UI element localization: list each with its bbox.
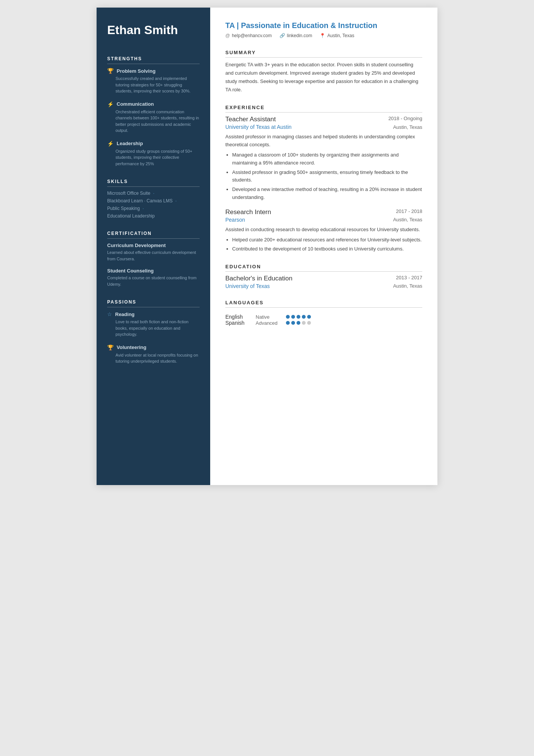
exp-entry-2: Research Intern 2017 - 2018 Pearson Aust… (225, 208, 422, 253)
exp-location-1: Austin, Texas (393, 124, 422, 130)
link-icon: 🔗 (279, 33, 285, 38)
edu-school-1: University of Texas (225, 283, 270, 289)
dot-es-4 (302, 321, 306, 325)
dot-es-3 (297, 321, 300, 325)
email-value: help@enhancv.com (232, 33, 272, 38)
exp-job-title-1: Teacher Assistant (225, 116, 276, 123)
star-icon: ☆ (107, 311, 112, 317)
cert-item-2: Student Counseling Completed a course on… (107, 268, 200, 287)
exp-bullets-1: Managed a classroom of 100+ students by … (225, 151, 422, 202)
certification-section: CERTIFICATION Curriculum Development Lea… (107, 231, 200, 287)
sidebar: Ethan Smith STRENGTHS 🏆 Problem Solving … (97, 8, 210, 485)
skills-title: SKILLS (107, 179, 200, 187)
passions-title: PASSIONS (107, 299, 200, 307)
job-title: TA | Passionate in Education & Instructi… (225, 21, 422, 30)
strengths-title: STRENGTHS (107, 56, 200, 64)
bullet-1-2: Assisted professor in grading 500+ assig… (232, 169, 422, 185)
languages-row: English Native Spanish Advanced (225, 311, 422, 326)
strength-item-3: ⚡ Leadership Organized study groups cons… (107, 141, 200, 167)
skill-item-1: Microsoft Office Suite · (107, 191, 200, 196)
contact-row: @ help@enhancv.com 🔗 linkedin.com 📍 Aust… (225, 33, 422, 38)
strength-item-1: 🏆 Problem Solving Successfully created a… (107, 68, 200, 94)
candidate-name: Ethan Smith (107, 23, 200, 37)
lang-level-spanish: Advanced (256, 320, 282, 326)
certification-title: CERTIFICATION (107, 231, 200, 239)
linkedin-contact: 🔗 linkedin.com (279, 33, 312, 38)
cert-item-1: Curriculum Development Learned about eff… (107, 243, 200, 262)
passions-section: PASSIONS ☆ Reading Love to read both fic… (107, 299, 200, 365)
dot-en-3 (297, 315, 300, 319)
exp-bullets-2: Helped curate 200+ educational resources… (225, 236, 422, 254)
skills-section: SKILLS Microsoft Office Suite · Blackboa… (107, 179, 200, 219)
summary-title: SUMMARY (225, 50, 422, 58)
location-contact: 📍 Austin, Texas (320, 33, 354, 38)
linkedin-value: linkedin.com (287, 33, 312, 38)
bullet-2-1: Helped curate 200+ educational resources… (232, 236, 422, 244)
lang-entry-spanish: Spanish Advanced (225, 320, 311, 326)
exp-location-2: Austin, Texas (393, 217, 422, 222)
strengths-section: STRENGTHS 🏆 Problem Solving Successfully… (107, 56, 200, 167)
exp-company-2: Pearson (225, 217, 245, 223)
passion-title-2: Volunteering (117, 344, 146, 350)
skill-item-2: Blackboard Learn · Canvas LMS · (107, 198, 200, 203)
experience-section: EXPERIENCE Teacher Assistant 2018 - Ongo… (225, 105, 422, 253)
exp-dates-2: 2017 - 2018 (396, 208, 422, 214)
dot-en-1 (286, 315, 290, 319)
experience-title: EXPERIENCE (225, 105, 422, 113)
main-content: TA | Passionate in Education & Instructi… (210, 8, 437, 485)
lang-level-english: Native (256, 314, 282, 320)
languages-title: LANGUAGES (225, 300, 422, 308)
cert-desc-2: Completed a course on student counsellin… (107, 275, 200, 287)
email-icon: @ (225, 33, 230, 38)
edu-location-1: Austin, Texas (393, 283, 422, 289)
passion-desc-2: Avid volunteer at local nonprofits focus… (107, 352, 200, 365)
trophy-icon-2: 🏆 (107, 344, 114, 351)
education-section: EDUCATION Bachelor's in Education 2013 -… (225, 264, 422, 289)
dot-es-1 (286, 321, 290, 325)
email-contact: @ help@enhancv.com (225, 33, 272, 38)
edu-degree-1: Bachelor's in Education (225, 275, 292, 282)
strength-title-2: Communication (117, 101, 154, 107)
dot-es-2 (291, 321, 295, 325)
exp-dates-1: 2018 - Ongoing (388, 116, 422, 121)
summary-text: Energetic TA with 3+ years in the educat… (225, 61, 422, 94)
resume-container: Ethan Smith STRENGTHS 🏆 Problem Solving … (97, 8, 437, 485)
cert-title-1: Curriculum Development (107, 243, 200, 248)
lightning-icon-2: ⚡ (107, 141, 114, 147)
passion-title-1: Reading (115, 311, 134, 317)
edu-dates-1: 2013 - 2017 (396, 275, 422, 282)
cert-desc-1: Learned about effective curriculum devel… (107, 249, 200, 262)
exp-job-title-2: Research Intern (225, 208, 271, 216)
strength-title-3: Leadership (117, 141, 143, 146)
exp-desc-1: Assisted professor in managing classes a… (225, 133, 422, 149)
lang-dots-spanish (286, 321, 311, 325)
strength-title-1: Problem Solving (117, 68, 156, 74)
dot-en-2 (291, 315, 295, 319)
location-value: Austin, Texas (327, 33, 354, 38)
trophy-icon: 🏆 (107, 68, 114, 74)
passion-item-2: 🏆 Volunteering Avid volunteer at local n… (107, 344, 200, 365)
lang-name-english: English (225, 314, 252, 320)
skill-item-3: Public Speaking · (107, 206, 200, 211)
bullet-1-3: Developed a new interactive method of te… (232, 186, 422, 202)
dot-en-5 (307, 315, 311, 319)
lang-name-spanish: Spanish (225, 320, 252, 326)
exp-company-1: University of Texas at Austin (225, 124, 292, 130)
skill-item-4: Educational Leadership (107, 213, 200, 219)
exp-desc-2: Assisted in conducting research to devel… (225, 226, 422, 234)
dot-es-5 (307, 321, 311, 325)
languages-section: LANGUAGES English Native Spanis (225, 300, 422, 326)
cert-title-2: Student Counseling (107, 268, 200, 274)
lightning-icon-1: ⚡ (107, 101, 114, 107)
strength-item-2: ⚡ Communication Orchestrated efficient c… (107, 101, 200, 134)
lang-entry-english: English Native (225, 314, 311, 320)
strength-desc-2: Orchestrated efficient communication cha… (107, 109, 200, 134)
dot-en-4 (302, 315, 306, 319)
education-title: EDUCATION (225, 264, 422, 272)
bullet-2-2: Contributed to the development of 10 tex… (232, 245, 422, 253)
bullet-1-1: Managed a classroom of 100+ students by … (232, 151, 422, 167)
strength-desc-1: Successfully created and implemented tut… (107, 75, 200, 94)
strength-desc-3: Organized study groups consisting of 50+… (107, 148, 200, 167)
location-icon: 📍 (320, 33, 325, 38)
passion-desc-1: Love to read both fiction and non-fictio… (107, 319, 200, 338)
